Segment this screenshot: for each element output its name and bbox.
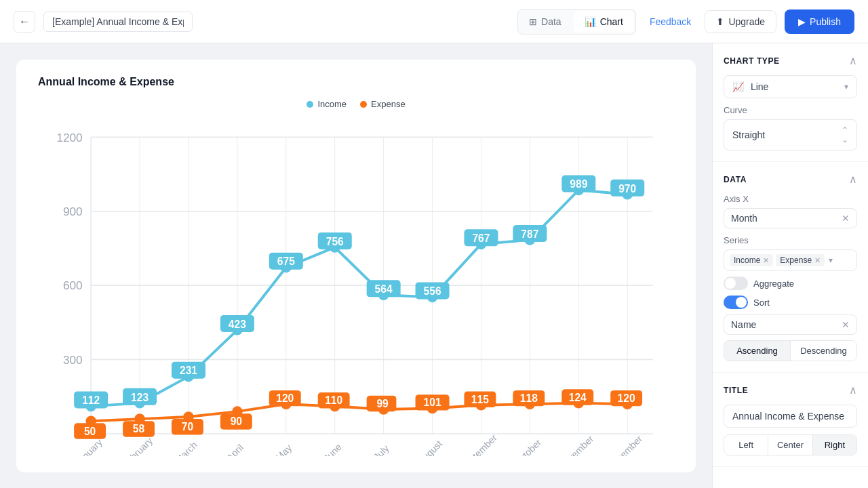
axis-x-label: Axis X xyxy=(724,194,857,204)
svg-text:564: 564 xyxy=(375,283,393,295)
chart-icon: 📊 xyxy=(585,16,596,27)
svg-text:July: July xyxy=(372,443,391,456)
svg-text:April: April xyxy=(224,442,245,456)
sort-field-clear-icon[interactable]: ✕ xyxy=(842,319,850,330)
title-section-title: TITLE xyxy=(724,386,748,395)
title-collapse-icon[interactable]: ∧ xyxy=(849,384,857,396)
chart-type-dropdown[interactable]: 📈 Line ▾ xyxy=(724,75,857,98)
svg-text:70: 70 xyxy=(182,421,194,432)
data-collapse-icon[interactable]: ∧ xyxy=(849,173,857,186)
data-section: DATA ∧ Axis X Month ✕ Series Income ✕ Ex… xyxy=(713,162,868,373)
curve-dropdown[interactable]: Straight ⌃⌄ xyxy=(724,119,857,150)
aggregate-toggle[interactable] xyxy=(724,277,748,290)
sort-order-group: Ascending Descending xyxy=(724,340,857,361)
data-section-title: DATA xyxy=(724,175,747,184)
svg-text:124: 124 xyxy=(569,392,587,403)
main-content: Annual Income & Expense Income Expense xyxy=(0,43,868,488)
tab-group: ⊞ Data 📊 Chart xyxy=(517,9,636,35)
curve-chevron: ⌃⌄ xyxy=(842,125,848,144)
back-button[interactable]: ← xyxy=(14,11,35,33)
upgrade-icon: ⬆ xyxy=(716,16,724,27)
svg-text:118: 118 xyxy=(520,392,538,404)
svg-text:970: 970 xyxy=(618,183,636,195)
series-tag-input[interactable]: Income ✕ Expense ✕ ▾ xyxy=(724,249,857,271)
chart-type-chevron: ▾ xyxy=(844,82,848,92)
upgrade-button[interactable]: ⬆ Upgrade xyxy=(705,10,776,33)
curve-label: Curve xyxy=(724,105,857,115)
chart-svg: 1200 900 600 300 0 xyxy=(38,115,674,456)
sort-row: Sort xyxy=(724,296,857,309)
axis-x-clear-icon[interactable]: ✕ xyxy=(842,213,850,224)
title-section-header: TITLE ∧ xyxy=(724,384,857,396)
axis-x-field[interactable]: Month ✕ xyxy=(724,208,857,228)
sort-label: Sort xyxy=(753,298,770,308)
svg-text:767: 767 xyxy=(472,232,490,244)
sort-toggle[interactable] xyxy=(724,296,748,309)
chart-title-input[interactable] xyxy=(724,405,857,428)
align-right-button[interactable]: Right xyxy=(813,435,856,455)
sort-field[interactable]: Name ✕ xyxy=(724,314,857,335)
line-chart-icon: 📈 xyxy=(732,81,744,92)
series-tag-income: Income ✕ xyxy=(730,254,773,266)
svg-text:November: November xyxy=(557,433,595,456)
series-tag-expense: Expense ✕ xyxy=(776,254,825,266)
tab-data[interactable]: ⊞ Data xyxy=(518,9,572,34)
legend-expense: Expense xyxy=(360,99,406,109)
svg-text:123: 123 xyxy=(131,392,149,403)
app-container: ← ⊞ Data 📊 Chart Feedback ⬆ Upgrade ▶ Pu… xyxy=(0,0,868,488)
svg-text:423: 423 xyxy=(229,319,246,330)
svg-text:110: 110 xyxy=(325,394,342,406)
svg-text:787: 787 xyxy=(521,228,538,240)
series-label: Series xyxy=(724,235,857,245)
svg-text:120: 120 xyxy=(618,392,635,404)
svg-text:112: 112 xyxy=(82,394,100,406)
income-dot xyxy=(307,101,313,108)
chart-type-header: CHART TYPE ∧ xyxy=(724,54,857,67)
legend-income: Income xyxy=(307,99,347,109)
data-section-header: DATA ∧ xyxy=(724,173,857,186)
title-section: TITLE ∧ Left Center Right xyxy=(713,373,868,467)
svg-text:March: March xyxy=(173,439,199,456)
axis-x-value: Month xyxy=(731,213,757,224)
tab-chart[interactable]: 📊 Chart xyxy=(574,11,634,33)
svg-text:90: 90 xyxy=(231,415,243,427)
chart-type-collapse-icon[interactable]: ∧ xyxy=(849,54,857,67)
chart-legend: Income Expense xyxy=(38,99,674,109)
document-title-input[interactable] xyxy=(43,12,193,32)
svg-text:101: 101 xyxy=(424,396,441,408)
align-left-button[interactable]: Left xyxy=(724,435,768,455)
svg-text:556: 556 xyxy=(424,285,441,297)
publish-button[interactable]: ▶ Publish xyxy=(785,9,854,34)
svg-text:99: 99 xyxy=(376,398,389,409)
svg-text:231: 231 xyxy=(180,365,197,376)
expense-dot xyxy=(360,101,367,108)
align-center-button[interactable]: Center xyxy=(768,435,812,455)
sort-descending-button[interactable]: Descending xyxy=(791,341,856,361)
curve-value: Straight xyxy=(732,129,765,140)
svg-text:675: 675 xyxy=(277,256,295,267)
svg-text:900: 900 xyxy=(63,205,83,218)
series-add-icon[interactable]: ▾ xyxy=(829,256,833,265)
svg-text:June: June xyxy=(321,441,344,456)
publish-icon: ▶ xyxy=(798,16,806,27)
aggregate-label: Aggregate xyxy=(753,279,794,289)
chart-type-title: CHART TYPE xyxy=(724,56,780,66)
svg-text:September: September xyxy=(458,432,499,457)
svg-text:1200: 1200 xyxy=(56,131,82,144)
chart-title: Annual Income & Expense xyxy=(38,76,674,88)
chart-type-section: CHART TYPE ∧ 📈 Line ▾ Curve Straight ⌃⌄ xyxy=(713,43,868,162)
series-income-remove-icon[interactable]: ✕ xyxy=(763,256,769,265)
svg-text:August: August xyxy=(416,439,444,457)
chart-svg-container: 1200 900 600 300 0 xyxy=(38,115,674,456)
feedback-button[interactable]: Feedback xyxy=(644,16,696,27)
chart-area: Annual Income & Expense Income Expense xyxy=(0,43,712,488)
right-panel: CHART TYPE ∧ 📈 Line ▾ Curve Straight ⌃⌄ xyxy=(712,43,868,488)
aggregate-toggle-thumb xyxy=(725,278,736,289)
series-expense-remove-icon[interactable]: ✕ xyxy=(814,256,821,265)
topbar: ← ⊞ Data 📊 Chart Feedback ⬆ Upgrade ▶ Pu… xyxy=(0,0,868,43)
svg-text:50: 50 xyxy=(84,426,96,437)
svg-text:115: 115 xyxy=(471,394,489,405)
sort-toggle-thumb xyxy=(736,297,747,308)
sort-ascending-button[interactable]: Ascending xyxy=(724,341,791,361)
svg-text:300: 300 xyxy=(63,353,83,367)
